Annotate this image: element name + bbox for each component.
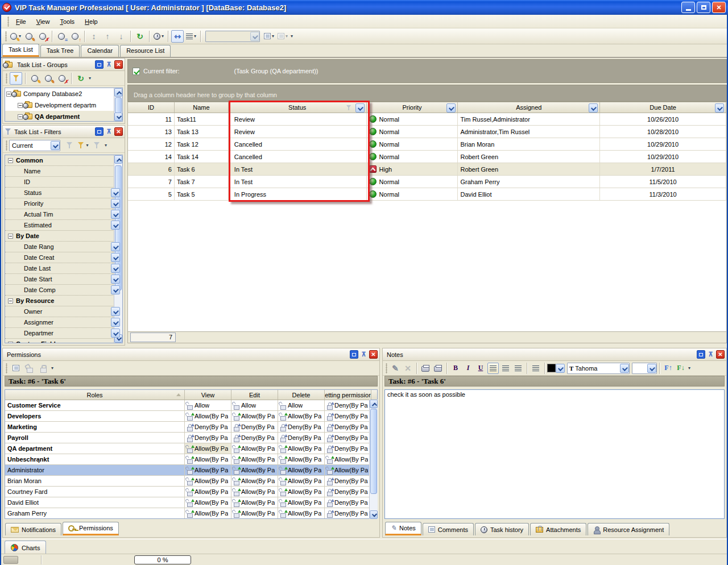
tab-notes[interactable]: ✎Notes — [385, 522, 421, 535]
pin-panel-button[interactable] — [105, 60, 113, 69]
restore-button[interactable] — [697, 2, 710, 13]
column-header-roles[interactable]: Roles — [5, 390, 185, 400]
setting-permission-cell[interactable]: Deny(By Pa — [325, 400, 371, 410]
filter-row[interactable]: Priority — [5, 198, 122, 209]
task-row[interactable]: 7 Task 7 In Test Normal Graham Perry 11/… — [128, 176, 726, 188]
permission-row[interactable]: David Elliot Allow(By Pa Allow(By Pa All… — [5, 497, 377, 508]
setting-permission-cell[interactable]: Deny(By Pa — [325, 476, 371, 486]
collapse-icon[interactable] — [8, 234, 13, 239]
edit-permission-cell[interactable]: Allow(By Pa — [231, 476, 278, 486]
task-details-button[interactable] — [55, 30, 68, 43]
task-row[interactable]: 13 Task 13 Review Normal Administrator,T… — [128, 126, 726, 138]
edit-group-button[interactable] — [42, 72, 55, 85]
filter-row[interactable]: By Date — [5, 231, 122, 242]
chevron-down-icon[interactable] — [111, 275, 120, 284]
chevron-down-icon[interactable] — [111, 242, 120, 251]
set-permissions-button[interactable] — [10, 362, 22, 375]
edit-permission-cell[interactable]: Deny(By Pa — [231, 433, 278, 443]
chevron-down-icon[interactable]: ▾ — [86, 143, 88, 148]
permission-row[interactable]: Payroll Deny(By Pa Deny(By Pa Deny(By Pa… — [5, 433, 377, 443]
delete-permission-cell[interactable]: Deny(By Pa — [278, 422, 325, 432]
tree-item[interactable]: Development departm 5 — [5, 99, 122, 111]
setting-permission-cell[interactable]: Deny(By Pa — [325, 508, 371, 518]
edit-permission-cell[interactable]: Allow(By Pa — [231, 454, 278, 464]
column-header-priority[interactable]: Priority — [367, 102, 458, 113]
collapse-icon[interactable] — [18, 114, 23, 119]
tab-task-history[interactable]: Task history — [475, 523, 529, 535]
save-note-button[interactable]: ✎ — [390, 363, 401, 374]
chevron-down-icon[interactable] — [111, 221, 120, 230]
edit-permission-cell[interactable]: Allow(By Pa — [231, 411, 278, 421]
chevron-down-icon[interactable] — [111, 285, 120, 294]
filter-row[interactable]: Date Rang — [5, 242, 122, 252]
restore-panel-button[interactable] — [697, 350, 705, 359]
close-panel-button[interactable] — [114, 60, 123, 69]
delete-permission-cell[interactable]: Allow(By Pa — [278, 411, 325, 421]
view-permission-cell[interactable]: Allow(By Pa — [185, 497, 231, 508]
tab-calendar[interactable]: Calendar — [81, 45, 119, 57]
font-color-swatch[interactable] — [547, 364, 556, 372]
scroll-thumb[interactable] — [370, 409, 377, 494]
filter-row[interactable]: Name — [5, 166, 122, 177]
fit-columns-button[interactable]: ⇿ — [171, 30, 184, 43]
menu-file[interactable]: File — [11, 16, 31, 27]
move-up-button[interactable]: ↑ — [101, 30, 114, 43]
view-permission-cell[interactable]: Allow(By Pa — [185, 476, 231, 486]
chevron-down-icon[interactable] — [446, 103, 456, 113]
chevron-down-icon[interactable]: ▾ — [194, 34, 196, 39]
collapse-icon[interactable] — [6, 92, 11, 97]
menu-tools[interactable]: Tools — [55, 16, 80, 27]
task-row[interactable]: 5 Task 5 In Progress Normal David Elliot… — [128, 188, 726, 201]
move-down-button[interactable]: ↓ — [115, 30, 127, 43]
permission-row[interactable]: Administrator Allow(By Pa Allow(By Pa Al… — [5, 465, 377, 476]
search-combobox[interactable] — [205, 31, 260, 42]
column-header-status[interactable]: Status — [229, 102, 367, 113]
permission-row[interactable]: Graham Perry Allow(By Pa Allow(By Pa All… — [5, 508, 377, 519]
chevron-down-icon[interactable] — [111, 264, 120, 273]
scroll-thumb[interactable] — [115, 97, 122, 113]
permission-row[interactable]: Developers Allow(By Pa Allow(By Pa Allow… — [5, 411, 377, 422]
setting-permission-cell[interactable]: Deny(By Pa — [325, 411, 371, 421]
chevron-down-icon[interactable] — [111, 307, 120, 316]
delete-group-button[interactable] — [56, 72, 68, 85]
view-permission-cell[interactable]: Allow(By Pa — [185, 487, 231, 497]
delete-permission-cell[interactable]: Allow(By Pa — [278, 508, 325, 518]
bullet-list-button[interactable] — [530, 363, 541, 374]
filter-row[interactable]: Assignmer — [5, 317, 122, 328]
allow-permission-button[interactable] — [23, 362, 36, 375]
group-by-bar[interactable]: Drag a column header here to group by th… — [127, 85, 727, 102]
scroll-up-button[interactable] — [114, 88, 122, 97]
menu-view[interactable]: View — [31, 16, 55, 27]
column-header-edit[interactable]: Edit — [231, 390, 278, 400]
setting-permission-cell[interactable]: Deny(By Pa — [325, 497, 371, 508]
task-row[interactable]: 12 Task 12 Cancelled Normal Brian Moran … — [128, 138, 726, 151]
permission-row[interactable]: Marketing Deny(By Pa Deny(By Pa Deny(By … — [5, 422, 377, 433]
edit-permission-cell[interactable]: Allow(By Pa — [231, 443, 278, 454]
delete-permission-cell[interactable]: Allow(By Pa — [278, 497, 325, 508]
pin-panel-button[interactable] — [359, 350, 368, 359]
toolbar-overflow-icon[interactable]: ▾ — [688, 365, 690, 371]
underline-button[interactable]: U — [475, 363, 486, 374]
tab-attachments[interactable]: Attachments — [530, 523, 586, 535]
delete-permission-cell[interactable]: Deny(By Pa — [278, 433, 325, 443]
bold-button[interactable]: B — [450, 363, 461, 374]
tab-comments[interactable]: Comments — [423, 523, 474, 535]
chevron-down-icon[interactable] — [355, 103, 365, 113]
current-filter-checkbox[interactable] — [133, 68, 140, 75]
setting-permission-cell[interactable]: Deny(By Pa — [325, 443, 371, 454]
tab-task-tree[interactable]: Task Tree — [40, 45, 80, 57]
filter-row[interactable]: By Resource — [5, 296, 122, 306]
toolbar-overflow-icon[interactable]: ▾ — [105, 143, 107, 148]
tab-notifications[interactable]: Notifications — [5, 523, 61, 535]
column-header-assigned[interactable]: Assigned — [458, 102, 600, 113]
filter-row[interactable]: Estimated — [5, 220, 122, 231]
clear-filter-button[interactable] — [90, 139, 103, 152]
task-row[interactable]: 11 Task11 Review Normal Tim Russel,Admin… — [128, 113, 726, 126]
filter-row[interactable]: Departmer — [5, 328, 122, 339]
filter-row[interactable]: Status — [5, 188, 122, 198]
collapse-icon[interactable] — [8, 342, 13, 344]
filter-preset-combobox[interactable]: Current — [9, 140, 60, 151]
pin-panel-button[interactable] — [105, 127, 113, 136]
refresh-button[interactable]: ↻ — [134, 30, 146, 43]
reset-layout-button[interactable]: ▾ — [276, 30, 289, 43]
